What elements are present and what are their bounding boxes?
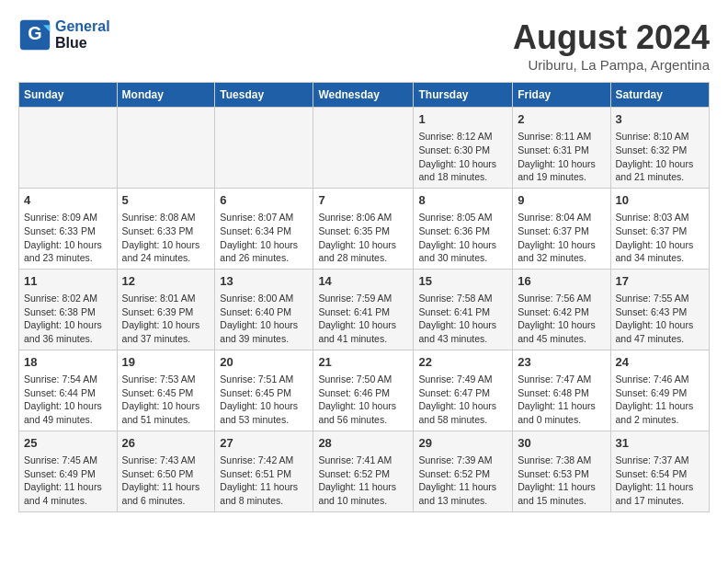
day-number: 30: [518, 435, 605, 452]
day-info: Sunrise: 7:38 AMSunset: 6:53 PMDaylight:…: [518, 454, 605, 508]
calendar-cell: 12Sunrise: 8:01 AMSunset: 6:39 PMDayligh…: [117, 269, 215, 350]
calendar-cell: [19, 108, 118, 189]
day-number: 25: [24, 435, 112, 452]
day-info: Sunrise: 8:03 AMSunset: 6:37 PMDaylight:…: [616, 211, 705, 265]
day-info: Sunrise: 8:08 AMSunset: 6:33 PMDaylight:…: [122, 211, 210, 265]
page-header: G General Blue August 2024 Uriburu, La P…: [18, 18, 710, 73]
weekday-header-monday: Monday: [117, 83, 215, 108]
day-number: 17: [616, 273, 705, 290]
day-info: Sunrise: 8:06 AMSunset: 6:35 PMDaylight:…: [318, 211, 408, 265]
calendar-cell: [215, 108, 313, 189]
day-info: Sunrise: 7:58 AMSunset: 6:41 PMDaylight:…: [418, 292, 507, 346]
day-info: Sunrise: 7:51 AMSunset: 6:45 PMDaylight:…: [220, 373, 308, 427]
day-number: 8: [418, 192, 507, 209]
weekday-header-saturday: Saturday: [610, 83, 710, 108]
day-info: Sunrise: 7:39 AMSunset: 6:52 PMDaylight:…: [418, 454, 507, 508]
calendar-cell: 1Sunrise: 8:12 AMSunset: 6:30 PMDaylight…: [414, 108, 513, 189]
day-number: 10: [616, 192, 705, 209]
calendar-cell: 9Sunrise: 8:04 AMSunset: 6:37 PMDaylight…: [513, 188, 610, 269]
day-number: 23: [518, 354, 605, 371]
calendar-cell: 2Sunrise: 8:11 AMSunset: 6:31 PMDaylight…: [513, 108, 610, 189]
day-info: Sunrise: 7:50 AMSunset: 6:46 PMDaylight:…: [318, 373, 408, 427]
location-subtitle: Uriburu, La Pampa, Argentina: [513, 57, 710, 73]
day-number: 20: [220, 354, 308, 371]
day-number: 12: [122, 273, 210, 290]
day-info: Sunrise: 8:02 AMSunset: 6:38 PMDaylight:…: [24, 292, 112, 346]
calendar-cell: 7Sunrise: 8:06 AMSunset: 6:35 PMDaylight…: [313, 188, 414, 269]
week-row-2: 4Sunrise: 8:09 AMSunset: 6:33 PMDaylight…: [19, 188, 710, 269]
day-info: Sunrise: 7:43 AMSunset: 6:50 PMDaylight:…: [122, 454, 210, 508]
day-info: Sunrise: 8:07 AMSunset: 6:34 PMDaylight:…: [220, 211, 308, 265]
day-info: Sunrise: 8:12 AMSunset: 6:30 PMDaylight:…: [418, 130, 507, 184]
calendar-table: SundayMondayTuesdayWednesdayThursdayFrid…: [18, 82, 710, 512]
day-number: 16: [518, 273, 605, 290]
weekday-header-wednesday: Wednesday: [313, 83, 414, 108]
calendar-cell: 5Sunrise: 8:08 AMSunset: 6:33 PMDaylight…: [117, 188, 215, 269]
calendar-cell: [117, 108, 215, 189]
day-info: Sunrise: 7:46 AMSunset: 6:49 PMDaylight:…: [616, 373, 705, 427]
day-number: 21: [318, 354, 408, 371]
day-info: Sunrise: 7:59 AMSunset: 6:41 PMDaylight:…: [318, 292, 408, 346]
calendar-cell: 13Sunrise: 8:00 AMSunset: 6:40 PMDayligh…: [215, 269, 313, 350]
day-number: 19: [122, 354, 210, 371]
title-block: August 2024 Uriburu, La Pampa, Argentina: [513, 18, 710, 73]
day-number: 14: [318, 273, 408, 290]
day-number: 7: [318, 192, 408, 209]
calendar-cell: 14Sunrise: 7:59 AMSunset: 6:41 PMDayligh…: [313, 269, 414, 350]
logo-icon: G: [18, 18, 51, 52]
calendar-cell: 11Sunrise: 8:02 AMSunset: 6:38 PMDayligh…: [19, 269, 118, 350]
day-info: Sunrise: 7:47 AMSunset: 6:48 PMDaylight:…: [518, 373, 605, 427]
calendar-cell: 22Sunrise: 7:49 AMSunset: 6:47 PMDayligh…: [414, 350, 513, 431]
day-info: Sunrise: 8:09 AMSunset: 6:33 PMDaylight:…: [24, 211, 112, 265]
day-number: 24: [616, 354, 705, 371]
svg-text:G: G: [28, 23, 41, 43]
calendar-cell: 10Sunrise: 8:03 AMSunset: 6:37 PMDayligh…: [610, 188, 710, 269]
month-year-title: August 2024: [513, 18, 710, 57]
day-info: Sunrise: 7:54 AMSunset: 6:44 PMDaylight:…: [24, 373, 112, 427]
weekday-header-sunday: Sunday: [19, 83, 118, 108]
calendar-cell: 23Sunrise: 7:47 AMSunset: 6:48 PMDayligh…: [513, 350, 610, 431]
logo: G General Blue: [18, 18, 110, 52]
weekday-header-tuesday: Tuesday: [215, 83, 313, 108]
day-info: Sunrise: 8:10 AMSunset: 6:32 PMDaylight:…: [616, 130, 705, 184]
day-number: 26: [122, 435, 210, 452]
calendar-cell: 20Sunrise: 7:51 AMSunset: 6:45 PMDayligh…: [215, 350, 313, 431]
calendar-cell: 31Sunrise: 7:37 AMSunset: 6:54 PMDayligh…: [610, 431, 710, 511]
week-row-5: 25Sunrise: 7:45 AMSunset: 6:49 PMDayligh…: [19, 431, 710, 511]
day-info: Sunrise: 7:41 AMSunset: 6:52 PMDaylight:…: [318, 454, 408, 508]
day-info: Sunrise: 7:55 AMSunset: 6:43 PMDaylight:…: [616, 292, 705, 346]
week-row-3: 11Sunrise: 8:02 AMSunset: 6:38 PMDayligh…: [19, 269, 710, 350]
calendar-cell: 30Sunrise: 7:38 AMSunset: 6:53 PMDayligh…: [513, 431, 610, 511]
day-info: Sunrise: 7:37 AMSunset: 6:54 PMDaylight:…: [616, 454, 705, 508]
day-info: Sunrise: 7:56 AMSunset: 6:42 PMDaylight:…: [518, 292, 605, 346]
day-info: Sunrise: 8:05 AMSunset: 6:36 PMDaylight:…: [418, 211, 507, 265]
calendar-cell: 4Sunrise: 8:09 AMSunset: 6:33 PMDaylight…: [19, 188, 118, 269]
calendar-cell: 19Sunrise: 7:53 AMSunset: 6:45 PMDayligh…: [117, 350, 215, 431]
calendar-cell: 27Sunrise: 7:42 AMSunset: 6:51 PMDayligh…: [215, 431, 313, 511]
day-number: 13: [220, 273, 308, 290]
day-info: Sunrise: 8:01 AMSunset: 6:39 PMDaylight:…: [122, 292, 210, 346]
day-number: 28: [318, 435, 408, 452]
day-number: 31: [616, 435, 705, 452]
day-number: 18: [24, 354, 112, 371]
day-number: 6: [220, 192, 308, 209]
day-info: Sunrise: 8:04 AMSunset: 6:37 PMDaylight:…: [518, 211, 605, 265]
day-number: 3: [616, 111, 705, 128]
calendar-cell: 6Sunrise: 8:07 AMSunset: 6:34 PMDaylight…: [215, 188, 313, 269]
day-number: 29: [418, 435, 507, 452]
calendar-cell: 16Sunrise: 7:56 AMSunset: 6:42 PMDayligh…: [513, 269, 610, 350]
weekday-header-thursday: Thursday: [414, 83, 513, 108]
calendar-cell: 29Sunrise: 7:39 AMSunset: 6:52 PMDayligh…: [414, 431, 513, 511]
day-number: 27: [220, 435, 308, 452]
day-info: Sunrise: 7:45 AMSunset: 6:49 PMDaylight:…: [24, 454, 112, 508]
calendar-cell: 25Sunrise: 7:45 AMSunset: 6:49 PMDayligh…: [19, 431, 118, 511]
day-number: 1: [418, 111, 507, 128]
day-info: Sunrise: 7:49 AMSunset: 6:47 PMDaylight:…: [418, 373, 507, 427]
logo-text: General Blue: [55, 18, 110, 52]
calendar-cell: 24Sunrise: 7:46 AMSunset: 6:49 PMDayligh…: [610, 350, 710, 431]
calendar-cell: 17Sunrise: 7:55 AMSunset: 6:43 PMDayligh…: [610, 269, 710, 350]
calendar-cell: 3Sunrise: 8:10 AMSunset: 6:32 PMDaylight…: [610, 108, 710, 189]
calendar-cell: [313, 108, 414, 189]
week-row-1: 1Sunrise: 8:12 AMSunset: 6:30 PMDaylight…: [19, 108, 710, 189]
day-number: 4: [24, 192, 112, 209]
